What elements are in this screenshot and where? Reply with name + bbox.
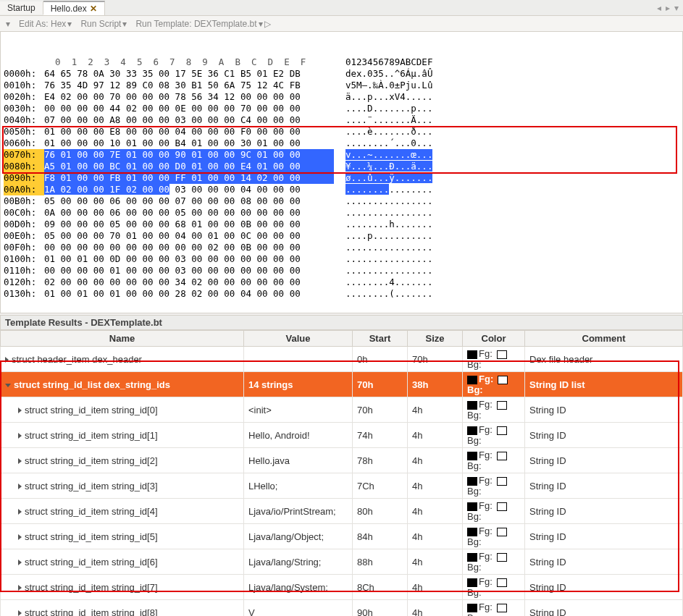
table-row[interactable]: struct string_id_item string_id[8]V90h4h… xyxy=(1,600,683,617)
edit-as-menu[interactable]: Edit As: Hex ▾ xyxy=(19,19,72,29)
expand-icon[interactable] xyxy=(5,384,11,387)
table-row[interactable]: struct string_id_item string_id[2]Hello.… xyxy=(1,448,683,473)
hex-row[interactable]: 0090h:F8 01 00 00 FB 01 00 00 FF 01 00 0… xyxy=(4,172,679,184)
expand-icon[interactable] xyxy=(18,408,22,413)
hex-row[interactable]: 0100h:01 00 01 00 0D 00 00 00 03 00 00 0… xyxy=(4,253,679,265)
bg-swatch xyxy=(497,477,507,486)
hex-editor[interactable]: 0 1 2 3 4 5 6 7 8 9 A B C D E F012345678… xyxy=(0,32,683,313)
hex-row[interactable]: 0040h:07 00 00 00 A8 00 00 00 03 00 00 0… xyxy=(4,114,679,126)
hex-row[interactable]: 0050h:01 00 00 00 E8 00 00 00 04 00 00 0… xyxy=(4,126,679,138)
fg-swatch xyxy=(467,604,477,612)
table-row[interactable]: struct string_id_item string_id[7]Ljava/… xyxy=(1,575,683,600)
template-results-header: Template Results - DEXTemplate.bt xyxy=(0,315,683,330)
table-row[interactable]: struct string_id_item string_id[5]Ljava/… xyxy=(1,524,683,549)
bg-swatch xyxy=(497,350,507,359)
hex-row[interactable]: 0030h:00 00 00 00 44 02 00 00 0E 00 00 0… xyxy=(4,103,679,114)
template-results-grid-wrap: Name Value Start Size Color Comment stru… xyxy=(0,330,683,616)
tab-menu-icon[interactable]: ▾ xyxy=(674,3,679,13)
toolbar: ▾ Edit As: Hex ▾ Run Script ▾ Run Templa… xyxy=(0,16,683,32)
fg-swatch xyxy=(467,452,477,460)
hex-row[interactable]: 00A0h:1A 02 00 00 1F 02 00 00 03 00 00 0… xyxy=(4,184,679,195)
hex-row[interactable]: 00B0h:05 00 00 00 06 00 00 00 07 00 00 0… xyxy=(4,195,679,207)
hex-row[interactable]: 0110h:00 00 00 00 01 00 00 00 03 00 00 0… xyxy=(4,265,679,277)
hex-row[interactable]: 00D0h:09 00 00 00 05 00 00 00 68 01 00 0… xyxy=(4,219,679,230)
table-row[interactable]: struct string_id_item string_id[0]<init>… xyxy=(1,397,683,423)
run-template-menu[interactable]: Run Template: DEXTemplate.bt ▾ ▷ xyxy=(135,19,270,29)
col-value[interactable]: Value xyxy=(244,331,353,347)
hex-row[interactable]: 0080h:A5 01 00 00 BC 01 00 00 D0 01 00 0… xyxy=(4,161,679,172)
fg-swatch xyxy=(467,502,477,511)
fg-swatch xyxy=(467,426,477,435)
hex-row[interactable]: 0010h:76 35 4D 97 12 89 C0 08 30 B1 50 6… xyxy=(4,80,679,91)
fg-swatch xyxy=(467,401,477,410)
table-row[interactable]: struct string_id_item string_id[3]LHello… xyxy=(1,473,683,499)
col-comment[interactable]: Comment xyxy=(525,331,683,347)
hex-row[interactable]: 0120h:02 00 00 00 00 00 00 00 34 02 00 0… xyxy=(4,277,679,288)
bg-swatch xyxy=(497,401,507,410)
run-script-menu[interactable]: Run Script ▾ xyxy=(80,19,127,29)
expand-icon[interactable] xyxy=(18,585,22,591)
table-row[interactable]: struct string_id_item string_id[6]Ljava/… xyxy=(1,549,683,575)
fg-swatch xyxy=(467,350,477,359)
hex-row[interactable]: 0000h:64 65 78 0A 30 33 35 00 17 5E 36 C… xyxy=(4,68,679,80)
fg-swatch xyxy=(467,528,477,536)
fg-swatch xyxy=(467,553,477,562)
hex-row[interactable]: 0060h:01 00 00 00 10 01 00 00 B4 01 00 0… xyxy=(4,138,679,149)
hex-row[interactable]: 0020h:E4 02 00 00 70 00 00 00 78 56 34 1… xyxy=(4,91,679,103)
bg-swatch xyxy=(498,376,508,384)
hex-row[interactable]: 00E0h:05 00 00 00 70 01 00 00 04 00 01 0… xyxy=(4,230,679,242)
tab-startup[interactable]: Startup xyxy=(0,1,43,14)
fg-swatch xyxy=(467,578,477,587)
tab-nav: ◂ ▸ ▾ xyxy=(653,3,683,13)
table-row[interactable]: struct string_id_item string_id[1]Hello,… xyxy=(1,423,683,448)
hex-row[interactable]: 00C0h:0A 00 00 00 06 00 00 00 05 00 00 0… xyxy=(4,207,679,219)
table-row[interactable]: struct header_item dex_header0h70hFg:Bg:… xyxy=(1,347,683,372)
col-size[interactable]: Size xyxy=(408,331,463,347)
col-start[interactable]: Start xyxy=(353,331,408,347)
hex-row[interactable]: 0070h:76 01 00 00 7E 01 00 00 90 01 00 0… xyxy=(4,149,679,161)
table-row[interactable]: struct string_id_list dex_string_ids14 s… xyxy=(1,372,683,397)
col-name[interactable]: Name xyxy=(1,331,244,347)
expand-icon[interactable] xyxy=(18,560,22,565)
table-row[interactable]: struct string_id_item string_id[4]Ljava/… xyxy=(1,499,683,524)
tab-next-icon[interactable]: ▸ xyxy=(666,3,670,13)
tab-prev-icon[interactable]: ◂ xyxy=(657,3,661,13)
col-color[interactable]: Color xyxy=(463,331,525,347)
bg-swatch xyxy=(497,452,507,460)
bg-swatch xyxy=(497,426,507,435)
toolbar-marker-icon[interactable]: ▾ xyxy=(6,19,10,29)
bg-swatch xyxy=(497,502,507,511)
expand-icon[interactable] xyxy=(18,458,22,464)
bg-swatch xyxy=(497,553,507,562)
tab-bar: Startup Hello.dex✕ ◂ ▸ ▾ xyxy=(0,0,683,16)
expand-icon[interactable] xyxy=(18,509,22,515)
bg-swatch xyxy=(497,528,507,536)
bg-swatch xyxy=(497,604,507,612)
close-icon[interactable]: ✕ xyxy=(90,4,97,14)
fg-swatch xyxy=(467,376,477,384)
template-results-grid[interactable]: Name Value Start Size Color Comment stru… xyxy=(0,330,683,616)
hex-row[interactable]: 00F0h:00 00 00 00 00 00 00 00 00 00 02 0… xyxy=(4,242,679,253)
expand-icon[interactable] xyxy=(18,433,22,439)
tab-hello[interactable]: Hello.dex✕ xyxy=(43,1,105,15)
expand-icon[interactable] xyxy=(18,610,22,616)
fg-swatch xyxy=(467,477,477,486)
expand-icon[interactable] xyxy=(18,534,22,540)
hex-row[interactable]: 0130h:01 00 01 00 01 00 00 00 28 02 00 0… xyxy=(4,288,679,300)
bg-swatch xyxy=(497,578,507,587)
expand-icon[interactable] xyxy=(18,484,22,489)
run-icon[interactable]: ▷ xyxy=(264,19,271,29)
expand-icon[interactable] xyxy=(5,357,9,363)
